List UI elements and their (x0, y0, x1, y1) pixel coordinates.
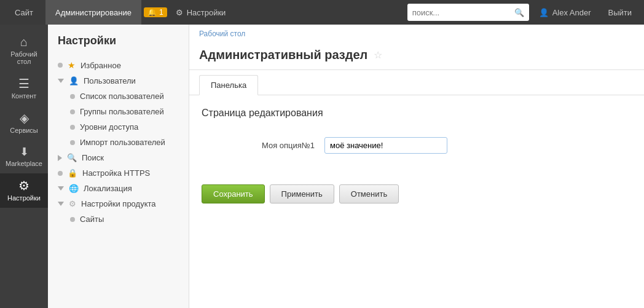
globe-icon: 🌐 (69, 184, 79, 193)
gear-menu-icon: ⚙ (69, 199, 76, 208)
top-nav: Сайт Администрирование 🔔 1 ⚙ Настройки 🔍… (0, 0, 644, 25)
page-title: Административный раздел (199, 48, 367, 62)
sidebar-label-services: Сервисы (10, 127, 38, 134)
menu-label-https: Настройка HTTPS (82, 168, 150, 178)
star-icon: ★ (68, 60, 76, 70)
sidebar-label-content: Контент (12, 92, 37, 100)
sidebar-item-dashboard[interactable]: ⌂ Рабочийстол (0, 30, 48, 71)
form-label: Моя опция№1 (202, 141, 324, 150)
second-sidebar: Настройки ★ Избранное 👤 Пользователи Спи… (48, 25, 189, 308)
menu-item-product-settings[interactable]: ⚙ Настройки продукта (48, 196, 189, 211)
expand-icon-users (58, 79, 64, 83)
content-icon: ☰ (18, 77, 29, 90)
settings-icon: ⚙ (18, 180, 29, 192)
admin-tab[interactable]: Администрирование (45, 0, 141, 25)
site-tab[interactable]: Сайт (5, 0, 43, 25)
menu-item-access-levels[interactable]: Уровни доступа (48, 119, 189, 135)
expand-icon-localization (58, 186, 64, 191)
menu-item-favorites[interactable]: ★ Избранное (48, 57, 189, 73)
menu-item-sites[interactable]: Сайты (48, 211, 189, 227)
settings-nav-btn[interactable]: ⚙ Настройки (170, 0, 232, 25)
badge-count: 1 (159, 8, 163, 17)
save-button[interactable]: Сохранить (202, 184, 265, 203)
menu-label-user-list: Список пользователей (80, 92, 164, 101)
services-icon: ◈ (20, 112, 29, 124)
sidebar-label-marketplace: Marketplace (6, 160, 42, 167)
favorite-star-icon[interactable]: ☆ (374, 49, 382, 61)
tabs-bar: Панелька (189, 70, 644, 95)
bullet-dot (58, 171, 63, 176)
search-icon: 🔍 (514, 8, 524, 17)
sidebar-item-settings[interactable]: ⚙ Настройки (0, 173, 48, 208)
menu-label-access-levels: Уровни доступа (80, 122, 138, 132)
form-input[interactable] (324, 137, 447, 154)
sidebar-label-settings: Настройки (7, 194, 41, 202)
bullet-dot (70, 94, 75, 99)
notifications-badge[interactable]: 🔔 1 (144, 7, 167, 17)
form-row: Моя опция№1 (202, 131, 632, 160)
sidebar-label-dashboard: Рабочийстол (10, 50, 37, 65)
content-panel: Страница редактирования Моя опция№1 (189, 95, 644, 184)
bullet-dot (70, 140, 75, 145)
content-area: Рабочий стол Административный раздел ☆ П… (189, 25, 644, 308)
left-sidebar: ⌂ Рабочийстол ☰ Контент ◈ Сервисы ⬇ Mark… (0, 25, 48, 308)
apply-button[interactable]: Применить (270, 184, 334, 203)
menu-label-user-groups: Группы пользователей (80, 107, 164, 116)
expand-icon-search (58, 155, 62, 161)
cancel-button[interactable]: Отменить (339, 184, 399, 203)
search-box: 🔍 (407, 4, 529, 21)
menu-label-favorites: Избранное (80, 61, 121, 70)
sidebar-item-marketplace[interactable]: ⬇ Marketplace (0, 140, 48, 173)
tab-panel[interactable]: Панелька (199, 75, 258, 95)
home-icon: ⌂ (20, 36, 28, 48)
breadcrumb[interactable]: Рабочий стол (189, 25, 644, 43)
section-title: Страница редактирования (202, 108, 632, 119)
menu-label-import-users: Импорт пользователей (80, 138, 165, 147)
bullet-dot (70, 217, 75, 222)
user-group-icon: 👤 (69, 76, 79, 85)
user-name: Alex Ander (552, 8, 591, 17)
menu-item-import-users[interactable]: Импорт пользователей (48, 135, 189, 150)
search-input[interactable] (412, 8, 511, 17)
second-sidebar-title: Настройки (48, 34, 189, 57)
settings-nav-label: Настройки (187, 8, 226, 17)
menu-label-localization: Локализация (84, 184, 132, 193)
bullet-dot (70, 125, 75, 130)
menu-item-localization[interactable]: 🌐 Локализация (48, 181, 189, 196)
sidebar-item-content[interactable]: ☰ Контент (0, 71, 48, 106)
search-menu-icon: 🔍 (67, 153, 77, 162)
gear-icon: ⚙ (176, 8, 183, 17)
menu-item-https[interactable]: 🔒 Настройка HTTPS (48, 165, 189, 181)
user-icon: 👤 (539, 8, 549, 17)
lock-icon: 🔒 (68, 168, 77, 178)
bullet-dot (58, 63, 63, 68)
menu-item-user-groups[interactable]: Группы пользователей (48, 104, 189, 119)
bullet-dot (70, 109, 75, 114)
expand-icon-product (58, 202, 64, 206)
button-row: Сохранить Применить Отменить (189, 184, 644, 213)
menu-label-sites: Сайты (80, 215, 104, 224)
marketplace-icon: ⬇ (20, 146, 29, 157)
menu-item-user-list[interactable]: Список пользователей (48, 89, 189, 104)
menu-item-search[interactable]: 🔍 Поиск (48, 150, 189, 165)
page-header: Административный раздел ☆ (189, 43, 644, 70)
user-button[interactable]: 👤 Alex Ander (532, 0, 599, 25)
menu-item-users[interactable]: 👤 Пользователи (48, 73, 189, 89)
menu-label-users: Пользователи (84, 76, 136, 85)
main-layout: ⌂ Рабочийстол ☰ Контент ◈ Сервисы ⬇ Mark… (0, 25, 644, 308)
logout-button[interactable]: Выйти (601, 0, 640, 25)
menu-label-product-settings: Настройки продукта (81, 199, 156, 208)
menu-label-search: Поиск (82, 153, 104, 162)
bell-icon: 🔔 (147, 8, 157, 17)
sidebar-item-services[interactable]: ◈ Сервисы (0, 106, 48, 140)
